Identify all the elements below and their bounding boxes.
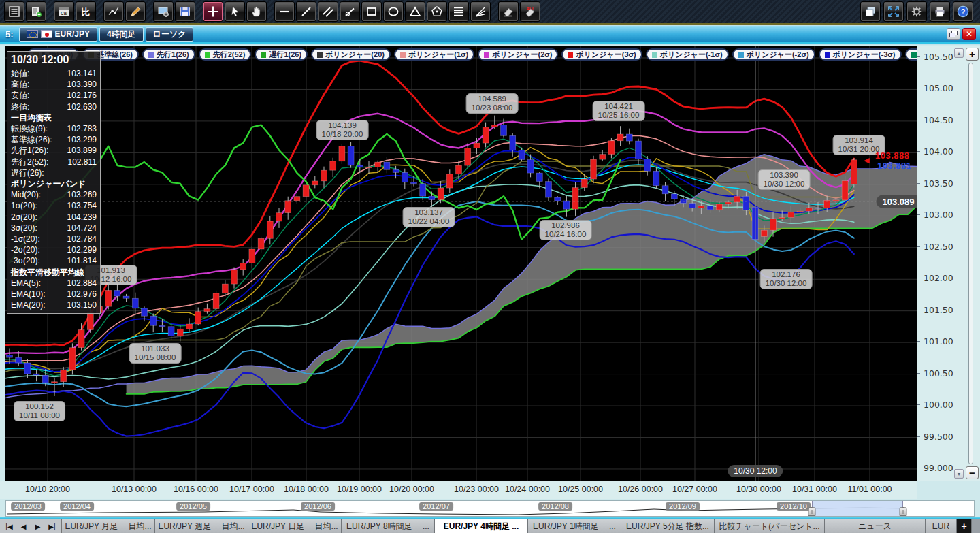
timeframe-button[interactable]: 4時間足: [99, 27, 144, 42]
bottom-tab[interactable]: EUR/JPY 1時間足 一...: [528, 519, 621, 533]
info-section-header: 一目均衡表: [11, 112, 97, 123]
legend-color-swatch: [317, 52, 323, 58]
currency-pair-button[interactable]: EUR/JPY: [19, 27, 97, 42]
legend-toggle[interactable]: ボリンジャー(2σ): [478, 48, 558, 61]
quote-list-tool-button[interactable]: [4, 1, 24, 22]
chart-type-button[interactable]: ローソク: [146, 27, 194, 42]
navigator-selection[interactable]: [812, 501, 903, 516]
price-tick-label: 100.50: [924, 368, 953, 378]
fibonacci-tool-button[interactable]: [448, 1, 469, 22]
info-row-label: 3σ(20):: [11, 223, 37, 233]
jp-flag-icon: [41, 30, 52, 38]
legend-toggle[interactable]: 遅行1(26): [255, 48, 308, 61]
bottom-tab[interactable]: EUR/JPY 8時間足 一...: [342, 519, 435, 533]
annotation-price: 102.986: [545, 221, 587, 230]
legend-toggle[interactable]: 先行1(26): [142, 48, 195, 61]
legend-toggle[interactable]: ボリンジャー(20): [311, 48, 391, 61]
horizontal-line-tool-button[interactable]: [274, 1, 295, 22]
restore-window-button[interactable]: [947, 28, 960, 40]
date-range-navigator[interactable]: 2012/032012/042012/052012/062012/072012/…: [5, 500, 975, 517]
ellipse-tool-button[interactable]: [383, 1, 404, 22]
bottom-tab[interactable]: EUR: [926, 519, 957, 533]
prev-tab-button[interactable]: ◀: [17, 521, 30, 532]
bottom-tab[interactable]: 比較チャート(パーセント...: [715, 519, 825, 533]
pointer-tool-button[interactable]: [225, 1, 245, 22]
navigator-right-handle[interactable]: [900, 507, 907, 516]
rectangle-tool-button[interactable]: [361, 1, 382, 22]
close-button[interactable]: ✕: [962, 28, 976, 40]
crosshair-tool-button[interactable]: [203, 1, 223, 22]
crosshair-time-badge: 10/30 12:00: [728, 465, 783, 477]
legend-label: 基準線(26): [97, 50, 133, 60]
fan-line-tool-button[interactable]: [470, 1, 491, 22]
triangle-tool-button[interactable]: [405, 1, 425, 22]
annotation-time: 10/22 04:00: [408, 217, 450, 226]
legend-toggle[interactable]: ボリンジャー(-3σ): [819, 48, 902, 61]
info-row-label: 安値:: [11, 90, 29, 101]
navigator-left-handle[interactable]: [808, 507, 816, 516]
help-button[interactable]: ?: [953, 1, 973, 22]
angle-line-tool-button[interactable]: [340, 1, 360, 22]
toolbar-group: [152, 1, 196, 22]
next-tab-button[interactable]: ▶: [31, 521, 44, 532]
first-tab-button[interactable]: |◀: [3, 521, 16, 532]
bottom-tab[interactable]: EUR/JPY 5分足 指数...: [621, 519, 715, 533]
settings-button[interactable]: [906, 1, 927, 22]
price-axis[interactable]: 105.50105.00104.50104.00103.50103.00102.…: [917, 46, 980, 481]
vertical-scrollbar[interactable]: [968, 63, 973, 464]
eraser-tool-button[interactable]: [498, 1, 519, 22]
scroll-up-button[interactable]: ▲: [954, 48, 964, 58]
add-chart-tab-button[interactable]: +: [957, 519, 972, 533]
bottom-tab[interactable]: EUR/JPY 週足 一目均...: [155, 519, 248, 533]
fullscreen-button[interactable]: [883, 1, 904, 22]
info-panel-rows: 始値:103.141高値:103.390安値:102.176終値:102.630…: [11, 68, 97, 310]
info-row-label: EMA(10):: [11, 289, 46, 300]
technical-edit-icon: [107, 5, 120, 18]
legend-label: ボリンジャー(2σ): [492, 50, 552, 60]
info-row-label: 遅行(26):: [11, 167, 44, 178]
time-tick-label: 10/31 00:00: [792, 485, 837, 494]
parallel-lines-icon: [321, 5, 335, 18]
bottom-tab[interactable]: EUR/JPY 4時間足 ...: [435, 519, 528, 533]
bottom-tab[interactable]: EUR/JPY 日足 一目均...: [248, 519, 342, 533]
zoom-in-button[interactable]: +: [966, 48, 979, 61]
info-row-label: 2σ(20):: [11, 212, 37, 223]
new-window-button[interactable]: [860, 1, 881, 22]
bottom-tab[interactable]: EUR/JPY 月足 一目均...: [62, 519, 155, 533]
save-tool-button[interactable]: [175, 1, 195, 22]
last-tab-button[interactable]: ▶|: [46, 521, 59, 532]
bottom-tab[interactable]: ニュース: [825, 519, 926, 533]
panel-settings-tool-button[interactable]: [153, 1, 174, 22]
trend-line-tool-button[interactable]: [296, 1, 316, 22]
legend-toggle[interactable]: ボリンジャー(3σ): [561, 48, 642, 61]
info-row-label: EMA(5):: [11, 278, 41, 289]
time-tick-label: 10/26 00:00: [618, 485, 663, 494]
calendar-tool-button[interactable]: Cal: [54, 1, 74, 22]
price-annotation: 102.98610/24 16:00: [540, 220, 592, 240]
print-button[interactable]: [930, 1, 950, 22]
info-row-value: 103.299: [67, 134, 97, 145]
legend-toggle[interactable]: ボリンジャー(1σ): [394, 48, 474, 61]
eraser-all-tool-button[interactable]: ALL: [520, 1, 540, 22]
pentagon-tool-button[interactable]: [427, 1, 447, 22]
toolbar-right-groups: ?: [859, 1, 975, 22]
technical-edit-tool-button[interactable]: [103, 1, 124, 22]
report-new-tool-button[interactable]: [26, 1, 46, 22]
compare-tool-button[interactable]: 比: [76, 1, 96, 22]
time-axis[interactable]: 10/10 20:0010/13 00:0010/16 00:0010/17 0…: [0, 481, 917, 499]
annotation-time: 10/15 08:00: [135, 353, 176, 362]
ask-price-label: 103.888: [875, 150, 910, 161]
hand-tool-button[interactable]: [246, 1, 267, 22]
chart-plot-area[interactable]: 転換線(9)基準線(26)先行1(26)先行2(52)遅行1(26)ボリンジャー…: [5, 46, 917, 481]
zoom-out-button[interactable]: −: [966, 466, 979, 479]
legend-toggle[interactable]: ボリンジャー(-1σ): [646, 48, 729, 61]
info-row-value: 102.784: [67, 233, 97, 244]
price-tick-mark: [917, 214, 920, 215]
pencil-tool-button[interactable]: [125, 1, 146, 22]
legend-toggle[interactable]: ボリンジャー(-2σ): [732, 48, 815, 61]
info-row-value: 102.630: [67, 101, 97, 112]
legend-toggle[interactable]: 先行2(52): [199, 48, 252, 61]
scroll-down-button[interactable]: ▼: [954, 469, 964, 479]
parallel-lines-tool-button[interactable]: [318, 1, 338, 22]
legend-toggle[interactable]: EMA(5): [905, 48, 917, 61]
